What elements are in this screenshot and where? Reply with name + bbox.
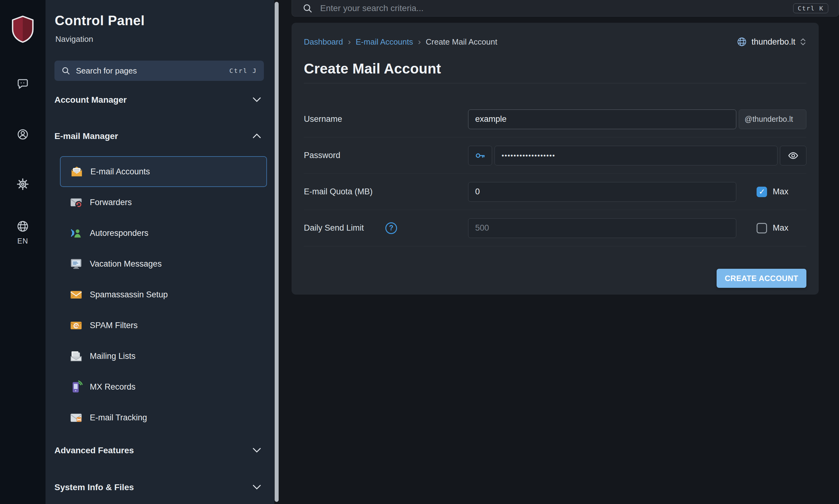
chevron-down-icon <box>252 446 262 455</box>
search-shortcut-badge: Ctrl K <box>793 3 828 13</box>
sidebar-item-autoresponders[interactable]: Autoresponders <box>60 218 267 249</box>
breadcrumb: Dashboard › E-mail Accounts › Create Mai… <box>304 37 497 47</box>
spamassassin-icon <box>69 288 83 302</box>
mailing-lists-icon <box>69 349 83 363</box>
sidebar-section-account-manager[interactable]: Account Manager <box>54 90 264 110</box>
create-mail-account-form: Username @thunderbo.lt Password <box>304 83 806 246</box>
sidebar-item-vacation-messages[interactable]: Vacation Messages <box>60 249 267 279</box>
chat-icon[interactable] <box>0 77 46 90</box>
sidebar-item-mailing-lists[interactable]: Mailing Lists <box>60 341 267 372</box>
create-account-button[interactable]: CREATE ACCOUNT <box>717 269 806 288</box>
chevron-down-icon <box>252 95 262 105</box>
updown-chevron-icon <box>800 38 806 46</box>
globe-icon <box>736 37 747 47</box>
domain-suffix: @thunderbo.lt <box>739 109 806 129</box>
account-icon[interactable] <box>0 128 46 141</box>
autoresponders-icon <box>69 226 83 240</box>
sidebar-search-shortcut: Ctrl J <box>229 67 257 74</box>
chevron-down-icon <box>252 483 262 492</box>
quota-row: E-mail Quota (MB) Max <box>304 174 806 210</box>
sidebar-search-label: Search for pages <box>76 66 137 76</box>
page-title: Create Mail Account <box>304 60 441 77</box>
app-logo-shield[interactable] <box>0 15 46 43</box>
section-label: E-mail Manager <box>54 131 118 141</box>
username-input[interactable] <box>468 109 736 129</box>
quota-input[interactable] <box>468 182 736 202</box>
section-label: Advanced Features <box>54 446 134 455</box>
password-input[interactable] <box>495 146 778 165</box>
left-rail: EN <box>0 0 46 504</box>
sidebar-section-advanced-features[interactable]: Advanced Features <box>54 440 264 461</box>
sidebar-item-spamassassin-setup[interactable]: Spamassassin Setup <box>60 279 267 310</box>
password-label: Password <box>304 151 468 160</box>
sidebar: Control Panel Navigation Search for page… <box>46 0 274 504</box>
section-label: Account Manager <box>54 95 127 105</box>
shield-icon <box>12 16 34 43</box>
generate-password-icon <box>475 150 486 161</box>
forwarders-icon <box>69 195 83 210</box>
sidebar-item-mx-records[interactable]: MX Records <box>60 372 267 402</box>
mx-records-icon <box>69 380 83 394</box>
domain-name: thunderbo.lt <box>751 37 795 47</box>
top-search-bar: Ctrl K <box>291 0 839 17</box>
send-limit-max-label: Max <box>772 223 788 233</box>
domain-selector[interactable]: thunderbo.lt <box>736 37 806 47</box>
section-label: System Info & Files <box>54 483 134 492</box>
email-accounts-icon <box>70 164 84 179</box>
vacation-messages-icon <box>69 257 83 271</box>
send-limit-max-group: Max <box>739 223 806 233</box>
send-limit-max-checkbox[interactable] <box>756 223 767 233</box>
breadcrumb-separator: › <box>348 37 351 47</box>
global-search-input[interactable] <box>320 3 793 13</box>
spam-filters-icon <box>69 318 83 332</box>
search-icon <box>61 66 70 75</box>
language-switcher[interactable] <box>0 220 46 233</box>
help-icon[interactable]: ? <box>385 222 397 234</box>
quota-max-group: Max <box>739 187 806 197</box>
sidebar-scrollbar[interactable] <box>275 2 279 502</box>
app-subtitle: Navigation <box>55 34 93 44</box>
toggle-password-visibility-button[interactable] <box>780 146 806 165</box>
chevron-up-icon <box>252 131 262 141</box>
eye-icon <box>788 150 799 161</box>
language-label[interactable]: EN <box>0 237 46 246</box>
generate-password-button[interactable] <box>468 146 492 165</box>
quota-label: E-mail Quota (MB) <box>304 187 468 197</box>
app-title: Control Panel <box>55 13 145 28</box>
quota-max-label: Max <box>772 187 788 197</box>
quota-max-checkbox[interactable] <box>756 187 767 197</box>
username-row: Username @thunderbo.lt <box>304 101 806 138</box>
breadcrumb-link-dashboard[interactable]: Dashboard <box>304 37 343 47</box>
globe-icon <box>16 220 29 233</box>
sidebar-item-spam-filters[interactable]: SPAM Filters <box>60 310 267 341</box>
sidebar-item-forwarders[interactable]: Forwarders <box>60 187 267 218</box>
sidebar-section-system-info[interactable]: System Info & Files <box>54 477 264 498</box>
email-tracking-icon <box>69 411 83 425</box>
username-label: Username <box>304 114 468 124</box>
sidebar-section-email-manager[interactable]: E-mail Manager <box>54 126 264 146</box>
password-row: Password <box>304 138 806 174</box>
breadcrumb-separator: › <box>418 37 421 47</box>
sidebar-item-email-accounts[interactable]: E-mail Accounts <box>60 156 267 187</box>
sidebar-search[interactable]: Search for pages Ctrl J <box>54 60 264 81</box>
breadcrumb-current: Create Mail Account <box>426 37 497 47</box>
sidebar-item-email-tracking[interactable]: E-mail Tracking <box>60 402 267 433</box>
search-icon <box>302 3 313 14</box>
send-limit-input[interactable] <box>468 218 736 238</box>
send-limit-row: Daily Send Limit ? Max <box>304 210 806 246</box>
content-card: Dashboard › E-mail Accounts › Create Mai… <box>291 23 819 294</box>
send-limit-label: Daily Send Limit ? <box>304 222 468 234</box>
settings-icon[interactable] <box>0 178 46 191</box>
breadcrumb-link-email-accounts[interactable]: E-mail Accounts <box>356 37 413 47</box>
